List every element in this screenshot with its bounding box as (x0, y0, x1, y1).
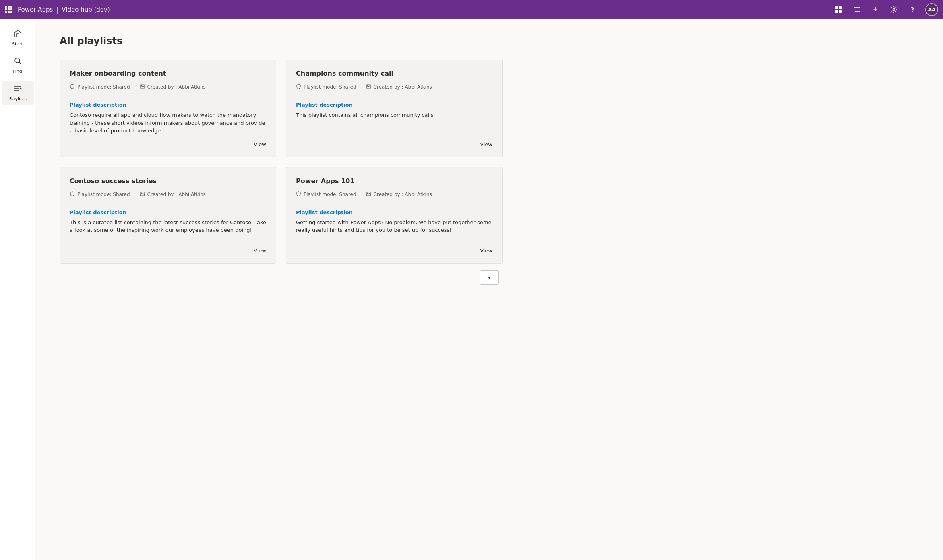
page-title: All playlists (60, 35, 919, 47)
playlist-view-btn-0[interactable]: View (254, 135, 266, 147)
playlist-mode-label-0: Playlist mode: Shared (77, 84, 130, 90)
shield-icon-1 (296, 84, 301, 90)
topbar-divider: | (56, 6, 58, 14)
playlist-view-btn-3[interactable]: View (480, 241, 492, 254)
svg-point-4 (893, 9, 895, 11)
playlist-mode-2: Playlist mode: Shared (70, 191, 130, 198)
sidebar-item-playlists[interactable]: Playlists (2, 81, 34, 105)
content-area: All playlists Maker onboarding content P… (35, 19, 943, 560)
playlist-meta-2: Playlist mode: Shared Created by : Abbi … (70, 191, 266, 203)
svg-rect-0 (835, 6, 838, 9)
hub-name: Video hub (dev) (62, 6, 110, 13)
playlists-grid: Maker onboarding content Playlist mode: … (60, 60, 503, 264)
sidebar: Start Find Playlists (0, 19, 35, 560)
playlist-desc-heading-2[interactable]: Playlist description (70, 209, 266, 215)
svg-rect-2 (835, 10, 838, 13)
playlists-icon (13, 84, 22, 95)
svg-rect-1 (839, 6, 842, 9)
playlist-desc-heading-1[interactable]: Playlist description (296, 102, 492, 108)
playlist-mode-0: Playlist mode: Shared (70, 84, 130, 90)
playlist-title-2: Contoso success stories (70, 177, 266, 185)
playlist-mode-label-3: Playlist mode: Shared (304, 192, 356, 197)
help-icon[interactable]: ? (907, 4, 918, 15)
playlist-desc-heading-0[interactable]: Playlist description (70, 102, 266, 108)
playlist-title-1: Champions community call (296, 70, 492, 77)
app-name: Power Apps (18, 6, 53, 13)
main-layout: Start Find Playlists (0, 19, 943, 560)
sidebar-item-start[interactable]: Start (2, 26, 34, 50)
svg-marker-9 (20, 87, 22, 90)
playlist-created-0: Created by : Abbi Atkins (140, 84, 206, 90)
apps-icon[interactable] (833, 4, 844, 15)
svg-rect-3 (839, 10, 842, 13)
sidebar-item-find[interactable]: Find (2, 53, 34, 77)
sidebar-playlists-label: Playlists (8, 96, 27, 101)
playlist-created-3: Created by : Abbi Atkins (366, 191, 432, 198)
playlist-created-label-3: Created by : Abbi Atkins (374, 192, 432, 197)
playlist-title-0: Maker onboarding content (70, 70, 266, 77)
topbar-right: ? AA (833, 3, 938, 16)
scroll-down-button[interactable]: ▾ (480, 270, 499, 285)
playlist-meta-1: Playlist mode: Shared Created by : Abbi … (296, 84, 492, 95)
playlist-mode-label-2: Playlist mode: Shared (77, 192, 130, 197)
playlist-desc-text-3: Getting started with Power Apps? No prob… (296, 219, 492, 241)
image-icon-3 (366, 191, 371, 198)
topbar: Power Apps | Video hub (dev) (0, 0, 943, 19)
download-icon[interactable] (870, 4, 881, 15)
avatar[interactable]: AA (925, 3, 938, 16)
playlist-title-3: Power Apps 101 (296, 177, 492, 185)
playlist-meta-0: Playlist mode: Shared Created by : Abbi … (70, 84, 266, 95)
search-icon (13, 56, 22, 67)
playlist-mode-label-1: Playlist mode: Shared (304, 84, 356, 90)
playlist-mode-3: Playlist mode: Shared (296, 191, 356, 198)
image-icon-1 (366, 84, 371, 90)
playlist-meta-3: Playlist mode: Shared Created by : Abbi … (296, 191, 492, 203)
playlist-mode-1: Playlist mode: Shared (296, 84, 356, 90)
playlist-card-contoso: Contoso success stories Playlist mode: S… (60, 167, 276, 264)
shield-icon-3 (296, 191, 301, 198)
playlist-desc-text-2: This is a curated list containing the la… (70, 219, 266, 241)
topbar-title: Power Apps | Video hub (dev) (18, 6, 110, 14)
settings-icon[interactable] (888, 4, 900, 15)
sidebar-find-label: Find (13, 69, 22, 74)
image-icon-2 (140, 191, 145, 198)
sidebar-start-label: Start (12, 41, 23, 47)
playlist-created-label-1: Created by : Abbi Atkins (374, 84, 432, 90)
shield-icon-0 (70, 84, 75, 90)
playlist-desc-text-0: Contoso require all app and cloud flow m… (70, 111, 266, 135)
playlist-created-label-0: Created by : Abbi Atkins (147, 84, 206, 90)
playlist-view-btn-2[interactable]: View (254, 241, 266, 254)
playlist-created-2: Created by : Abbi Atkins (140, 191, 206, 198)
playlist-card-champions: Champions community call Playlist mode: … (286, 60, 503, 157)
shield-icon-2 (70, 191, 75, 198)
playlist-desc-heading-3[interactable]: Playlist description (296, 209, 492, 215)
chevron-down-icon: ▾ (488, 274, 491, 281)
playlist-view-btn-1[interactable]: View (480, 135, 492, 147)
apps-grid-icon[interactable] (5, 6, 13, 14)
playlist-created-1: Created by : Abbi Atkins (366, 84, 432, 90)
chat-icon[interactable] (851, 4, 862, 15)
scroll-down-container: ▾ (60, 264, 919, 288)
playlist-created-label-2: Created by : Abbi Atkins (147, 192, 206, 197)
playlist-desc-text-1: This playlist contains all champions com… (296, 111, 492, 135)
playlist-card-power-apps: Power Apps 101 Playlist mode: Shared (286, 167, 503, 264)
playlist-card-maker-onboarding: Maker onboarding content Playlist mode: … (60, 60, 276, 157)
home-icon (13, 29, 22, 40)
image-icon-0 (140, 84, 145, 90)
svg-point-5 (15, 58, 20, 63)
